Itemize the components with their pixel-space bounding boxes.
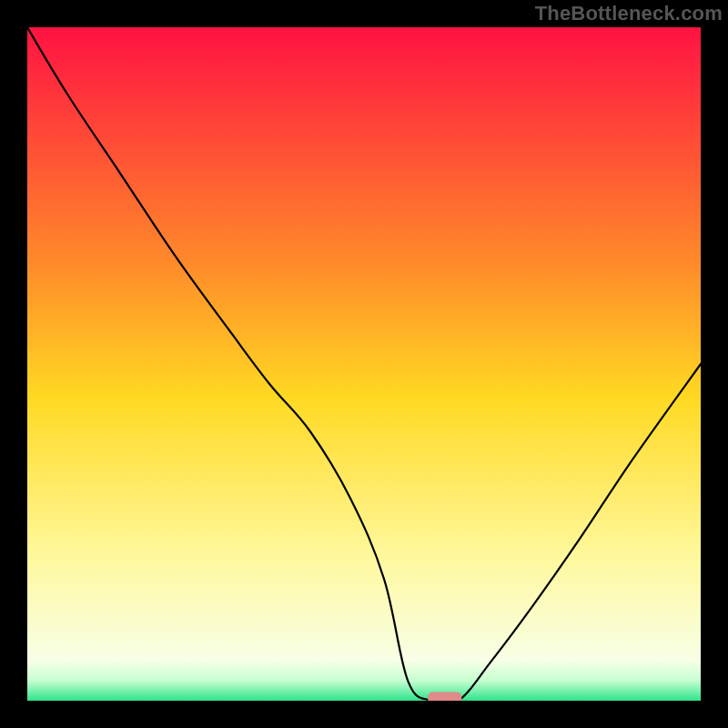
gradient-background (27, 27, 701, 701)
chart-svg (27, 27, 701, 701)
chart-frame: TheBottleneck.com (0, 0, 728, 728)
optimal-point-marker (428, 693, 461, 701)
branding-label: TheBottleneck.com (535, 2, 723, 25)
plot-area (27, 27, 701, 701)
